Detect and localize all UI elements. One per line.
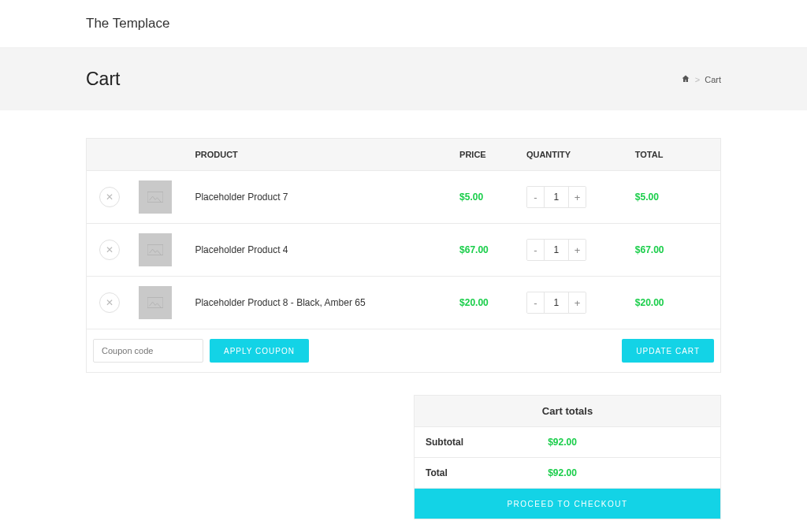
product-thumbnail[interactable] <box>139 180 172 214</box>
page-header: Cart > Cart <box>0 48 807 110</box>
image-placeholder-icon <box>147 297 163 308</box>
subtotal-value: $92.00 <box>537 427 720 457</box>
product-name[interactable]: Placeholder Product 8 - Black, Amber 65 <box>182 277 453 329</box>
product-thumbnail[interactable] <box>139 233 172 266</box>
qty-input[interactable] <box>545 187 568 207</box>
header-product: PRODUCT <box>182 139 453 171</box>
total-value: $92.00 <box>537 458 720 488</box>
table-row: ✕ Placeholder Product 4 $67.00 - + $67.0… <box>87 224 721 277</box>
qty-increase-button[interactable]: + <box>568 292 586 313</box>
table-row: ✕ Placeholder Product 7 $5.00 - + $5.00 <box>87 171 721 224</box>
subtotal-label: Subtotal <box>415 427 537 457</box>
page-title: Cart <box>86 69 120 90</box>
update-cart-button[interactable]: UPDATE CART <box>622 339 714 363</box>
qty-decrease-button[interactable]: - <box>527 187 545 207</box>
quantity-stepper: - + <box>526 239 586 261</box>
qty-increase-button[interactable]: + <box>568 240 586 260</box>
line-total: $20.00 <box>629 277 721 329</box>
close-icon: ✕ <box>106 192 113 202</box>
total-label: Total <box>415 458 537 488</box>
svg-rect-0 <box>147 192 163 202</box>
breadcrumb: > Cart <box>681 74 721 85</box>
breadcrumb-home[interactable] <box>681 74 690 85</box>
qty-decrease-button[interactable]: - <box>527 292 545 313</box>
proceed-to-checkout-button[interactable]: PROCEED TO CHECKOUT <box>415 489 720 519</box>
product-price: $20.00 <box>453 277 520 329</box>
remove-item-button[interactable]: ✕ <box>99 292 120 313</box>
product-name[interactable]: Placeholder Product 4 <box>182 224 453 277</box>
site-title[interactable]: The Templace <box>86 16 721 32</box>
qty-increase-button[interactable]: + <box>568 187 586 207</box>
cart-actions-row: APPLY COUPON UPDATE CART <box>87 329 721 373</box>
table-row: ✕ Placeholder Product 8 - Black, Amber 6… <box>87 277 721 329</box>
header-price: PRICE <box>453 139 520 171</box>
home-icon <box>681 74 690 84</box>
breadcrumb-current: Cart <box>705 75 721 84</box>
product-price: $5.00 <box>453 171 520 224</box>
apply-coupon-button[interactable]: APPLY COUPON <box>210 339 309 363</box>
cart-totals: Cart totals Subtotal $92.00 Total $92.00… <box>414 395 721 519</box>
coupon-input[interactable] <box>93 339 203 363</box>
qty-decrease-button[interactable]: - <box>527 240 545 260</box>
site-header: The Templace <box>0 0 807 48</box>
svg-rect-1 <box>147 244 163 255</box>
quantity-stepper: - + <box>526 292 586 314</box>
qty-input[interactable] <box>545 292 568 313</box>
image-placeholder-icon <box>147 192 163 203</box>
line-total: $67.00 <box>629 224 721 277</box>
product-price: $67.00 <box>453 224 520 277</box>
line-total: $5.00 <box>629 171 721 224</box>
header-quantity: QUANTITY <box>520 139 629 171</box>
breadcrumb-separator: > <box>695 75 700 84</box>
close-icon: ✕ <box>106 298 113 307</box>
remove-item-button[interactable]: ✕ <box>99 187 120 207</box>
qty-input[interactable] <box>545 240 568 260</box>
image-placeholder-icon <box>147 244 163 255</box>
product-thumbnail[interactable] <box>139 286 172 319</box>
close-icon: ✕ <box>106 245 113 255</box>
quantity-stepper: - + <box>526 186 586 208</box>
cart-table: PRODUCT PRICE QUANTITY TOTAL ✕ Placehold… <box>86 138 721 373</box>
product-name[interactable]: Placeholder Product 7 <box>182 171 453 224</box>
remove-item-button[interactable]: ✕ <box>99 240 120 260</box>
svg-rect-2 <box>147 297 163 307</box>
header-total: TOTAL <box>629 139 721 171</box>
cart-totals-heading: Cart totals <box>415 396 720 427</box>
